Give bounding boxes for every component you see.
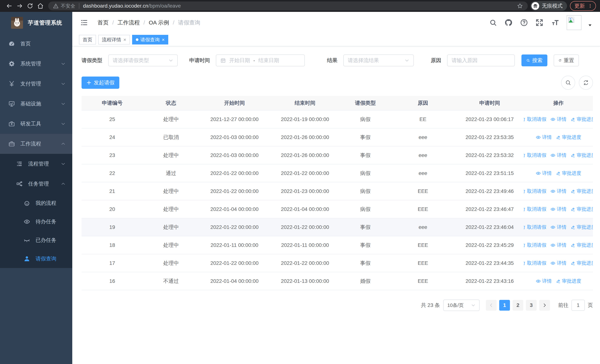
tab-流程详情[interactable]: 流程详情× bbox=[98, 35, 130, 45]
sidebar-item-首页[interactable]: 首页 bbox=[0, 34, 72, 54]
browser-update-button[interactable]: 更新 bbox=[570, 1, 596, 11]
cell-reason: eee bbox=[390, 170, 455, 176]
eye-icon bbox=[536, 135, 541, 140]
page-size-select[interactable]: 10条/页 bbox=[443, 299, 479, 311]
progress-link[interactable]: 审批进度 bbox=[571, 152, 593, 159]
eye-icon bbox=[550, 261, 555, 266]
cancel-leave-link[interactable]: 取消请假 bbox=[524, 116, 546, 122]
detail-link[interactable]: 详情 bbox=[550, 116, 566, 122]
avatar-caret-icon[interactable] bbox=[588, 23, 592, 28]
cancel-leave-link[interactable]: 取消请假 bbox=[524, 188, 546, 195]
progress-link[interactable]: 审批进度 bbox=[571, 188, 593, 195]
plus-icon bbox=[86, 80, 92, 85]
eye-icon bbox=[550, 207, 555, 212]
breadcrumb-item[interactable]: OA 示例 bbox=[149, 19, 169, 27]
address-bar[interactable]: 不安全 dashboard.yudao.iocoder.cn/bpm/oa/le… bbox=[48, 1, 528, 10]
detail-link[interactable]: 详情 bbox=[550, 152, 566, 159]
trash-icon bbox=[524, 261, 526, 266]
sidebar-item-系统管理[interactable]: 系统管理 bbox=[0, 54, 72, 74]
sidebar-collapse-button[interactable] bbox=[80, 19, 88, 26]
breadcrumb-separator: / bbox=[143, 19, 145, 26]
detail-link[interactable]: 详情 bbox=[550, 206, 566, 212]
search-button[interactable]: 搜索 bbox=[521, 55, 547, 66]
security-chip[interactable]: 不安全 bbox=[53, 3, 75, 9]
sidebar-item-工作流程[interactable]: 工作流程 bbox=[0, 134, 72, 154]
progress-link[interactable]: 审批进度 bbox=[556, 278, 581, 284]
next-page-button[interactable] bbox=[539, 300, 550, 311]
incognito-label: 无痕模式 bbox=[542, 2, 562, 9]
close-icon[interactable]: × bbox=[162, 37, 165, 42]
progress-link[interactable]: 审批进度 bbox=[571, 116, 593, 122]
cancel-leave-link[interactable]: 取消请假 bbox=[524, 242, 546, 248]
detail-link[interactable]: 详情 bbox=[536, 134, 552, 140]
sidebar-item-已办任务[interactable]: 已办任务 bbox=[0, 231, 72, 250]
cell-apply: 2022-01-22 23:51:15 bbox=[455, 170, 524, 176]
sidebar-item-label: 待办任务 bbox=[36, 218, 56, 225]
browser-home-button[interactable] bbox=[35, 1, 46, 11]
sidebar-item-请假查询[interactable]: 请假查询 bbox=[0, 250, 72, 268]
page-button-1[interactable]: 1 bbox=[499, 300, 510, 311]
cancel-leave-link[interactable]: 取消请假 bbox=[524, 260, 546, 266]
gear-icon bbox=[7, 60, 16, 67]
detail-link[interactable]: 详情 bbox=[550, 188, 566, 195]
tab-请假查询[interactable]: 请假查询× bbox=[132, 35, 168, 45]
app-logo-row[interactable]: 芋道管理系统 bbox=[0, 12, 72, 34]
sidebar-item-我的流程[interactable]: 我的流程 bbox=[0, 194, 72, 212]
detail-link[interactable]: 详情 bbox=[550, 260, 566, 266]
help-icon[interactable] bbox=[520, 19, 528, 27]
create-leave-button[interactable]: 发起请假 bbox=[82, 76, 119, 89]
sidebar-item-流程管理[interactable]: 流程管理 bbox=[0, 154, 72, 174]
sidebar-item-待办任务[interactable]: 待办任务 bbox=[0, 212, 72, 231]
browser-forward-button[interactable] bbox=[14, 1, 25, 11]
fullscreen-icon[interactable] bbox=[535, 19, 543, 27]
cancel-leave-link[interactable]: 取消请假 bbox=[524, 152, 546, 159]
progress-link[interactable]: 审批进度 bbox=[556, 134, 581, 140]
reason-input[interactable] bbox=[451, 57, 510, 63]
cell-end: 2022-01-26 00:00:00 bbox=[270, 134, 340, 140]
result-select[interactable]: 请选择流结果 bbox=[343, 55, 414, 66]
user-avatar[interactable] bbox=[567, 15, 581, 30]
apply-time-range-picker[interactable]: 开始日期 - 结束日期 bbox=[216, 55, 305, 66]
breadcrumb-item[interactable]: 工作流程 bbox=[117, 19, 140, 27]
progress-link[interactable]: 审批进度 bbox=[571, 260, 593, 266]
sidebar-item-任务管理[interactable]: 任务管理 bbox=[0, 174, 72, 194]
action-label: 审批进度 bbox=[577, 206, 593, 212]
sidebar-item-label: 系统管理 bbox=[20, 60, 41, 67]
detail-link[interactable]: 详情 bbox=[550, 242, 566, 248]
browser-reload-button[interactable] bbox=[25, 1, 35, 11]
browser-back-button[interactable] bbox=[4, 1, 14, 11]
github-icon[interactable] bbox=[504, 19, 513, 27]
header-search-icon[interactable] bbox=[489, 19, 497, 27]
goto-page-input[interactable] bbox=[572, 300, 585, 311]
detail-link[interactable]: 详情 bbox=[536, 170, 552, 177]
bookmark-star-icon[interactable] bbox=[517, 3, 523, 9]
sidebar-item-基础设施[interactable]: 基础设施 bbox=[0, 94, 72, 114]
close-icon[interactable]: × bbox=[123, 37, 126, 42]
user-icon bbox=[23, 255, 31, 262]
sidebar-item-支付管理[interactable]: 支付管理 bbox=[0, 74, 72, 94]
action-label: 取消请假 bbox=[527, 260, 546, 266]
prev-page-button[interactable] bbox=[486, 300, 497, 311]
refresh-table-button[interactable] bbox=[579, 76, 593, 90]
progress-link[interactable]: 审批进度 bbox=[571, 242, 593, 248]
reset-button[interactable]: 重置 bbox=[554, 55, 579, 66]
leave-type-select[interactable]: 请选择请假类型 bbox=[108, 55, 178, 66]
progress-link[interactable]: 审批进度 bbox=[556, 170, 581, 177]
date-separator: - bbox=[253, 57, 255, 63]
cancel-leave-link[interactable]: 取消请假 bbox=[524, 206, 546, 212]
cancel-leave-link[interactable]: 取消请假 bbox=[524, 224, 546, 230]
progress-link[interactable]: 审批进度 bbox=[571, 224, 593, 230]
show-search-toggle-button[interactable] bbox=[561, 76, 575, 90]
table-row: 21处理中2022-01-22 00:00:002022-01-23 00:00… bbox=[82, 182, 593, 200]
cell-id: 24 bbox=[82, 134, 143, 140]
sidebar-item-研发工具[interactable]: 研发工具 bbox=[0, 114, 72, 134]
detail-link[interactable]: 详情 bbox=[550, 224, 566, 230]
progress-link[interactable]: 审批进度 bbox=[571, 206, 593, 212]
page-button-3[interactable]: 3 bbox=[526, 300, 537, 311]
breadcrumb-item[interactable]: 首页 bbox=[97, 19, 109, 27]
page-button-2[interactable]: 2 bbox=[513, 300, 523, 311]
detail-link[interactable]: 详情 bbox=[536, 278, 552, 284]
tab-首页[interactable]: 首页 bbox=[79, 35, 96, 45]
font-size-icon[interactable] bbox=[551, 18, 559, 27]
cell-type: 事假 bbox=[340, 260, 390, 267]
